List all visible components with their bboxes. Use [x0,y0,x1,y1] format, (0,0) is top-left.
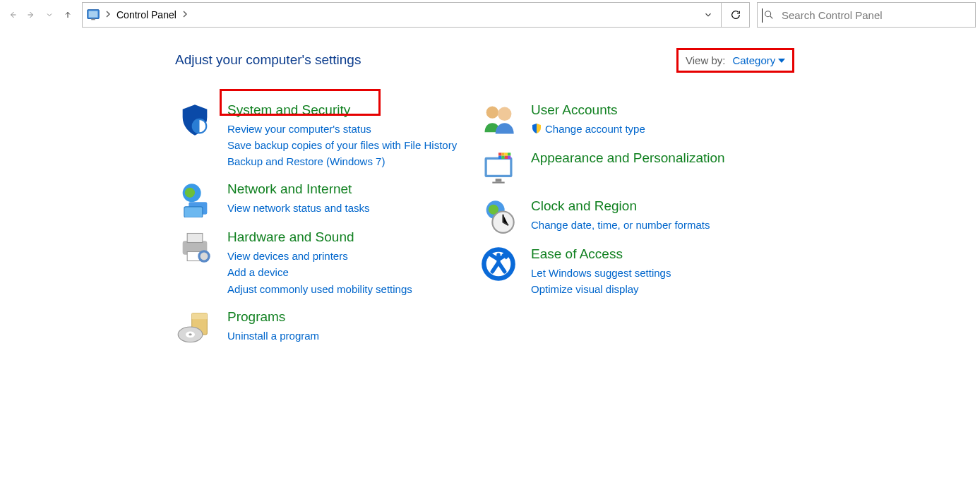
ease-of-access-icon [480,246,517,282]
printer-icon [177,229,213,265]
uac-shield-icon [531,123,542,134]
link-review-status[interactable]: Review your computer's status [227,121,457,137]
svg-rect-9 [187,234,203,243]
link-optimize-display[interactable]: Optimize visual display [531,281,671,297]
up-button[interactable] [59,6,76,23]
svg-rect-25 [501,152,504,155]
text-caret [762,8,763,23]
disc-box-icon [177,309,213,345]
arrow-left-icon [8,9,17,20]
view-by-value: Category [732,54,775,66]
category-ease: Ease of Access Let Windows suggest setti… [480,246,791,297]
search-icon [763,9,775,20]
category-network: Network and Internet View network status… [177,181,487,217]
address-bar[interactable]: Control Panel [82,2,750,28]
shield-icon [177,102,213,138]
link-add-device[interactable]: Add a device [227,264,412,280]
page-title: Adjust your computer's settings [175,52,361,68]
link-file-history[interactable]: Save backup copies of your files with Fi… [227,137,457,153]
link-uninstall[interactable]: Uninstall a program [227,328,319,344]
svg-point-19 [498,107,512,121]
search-box[interactable] [757,2,976,28]
category-appearance: Appearance and Personalization [480,150,791,186]
svg-rect-30 [505,156,508,159]
link-change-account-type[interactable]: Change account type [531,121,645,137]
category-title-hardware[interactable]: Hardware and Sound [227,229,412,246]
svg-rect-2 [91,19,95,20]
clock-globe-icon [480,198,517,234]
people-icon [480,102,517,138]
breadcrumb-control-panel[interactable]: Control Panel [115,8,178,22]
arrow-up-icon [64,9,72,20]
svg-rect-7 [184,207,203,217]
refresh-icon [730,9,741,20]
monitor-colors-icon [480,150,517,186]
back-button[interactable] [4,6,21,23]
address-history-dropdown[interactable] [695,3,721,27]
refresh-button[interactable] [721,3,749,27]
svg-rect-1 [89,11,98,18]
svg-rect-21 [487,160,510,175]
category-system-security: System and Security Review your computer… [177,102,487,169]
svg-rect-24 [498,152,501,155]
category-users: User Accounts Change account type [480,102,791,138]
search-input[interactable] [780,8,969,22]
link-suggest-settings[interactable]: Let Windows suggest settings [531,265,671,281]
caret-down-icon [778,57,785,64]
breadcrumb-separator-icon[interactable] [178,10,192,20]
svg-rect-22 [496,179,502,181]
category-title-programs[interactable]: Programs [227,309,319,326]
svg-point-12 [201,253,208,261]
recent-dropdown-button[interactable] [41,6,58,23]
category-programs: Programs Uninstall a program [177,309,487,345]
category-title-appearance[interactable]: Appearance and Personalization [531,150,725,167]
svg-rect-23 [492,182,504,184]
link-devices-printers[interactable]: View devices and printers [227,248,412,264]
forward-button[interactable] [23,6,40,23]
category-title-system-security[interactable]: System and Security [227,102,457,119]
link-date-time-formats[interactable]: Change date, time, or number formats [531,217,710,233]
toolbar: Control Panel [0,0,980,30]
link-backup-restore[interactable]: Backup and Restore (Windows 7) [227,153,457,169]
svg-rect-27 [508,152,510,155]
category-title-network[interactable]: Network and Internet [227,181,370,198]
view-by-dropdown[interactable]: Category [732,54,785,66]
svg-rect-28 [498,156,501,159]
link-mobility-settings[interactable]: Adjust commonly used mobility settings [227,281,412,297]
svg-point-3 [765,11,771,17]
breadcrumb-separator-icon[interactable] [101,10,115,20]
category-hardware: Hardware and Sound View devices and prin… [177,229,487,297]
globe-network-icon [177,181,213,217]
svg-point-18 [486,107,498,119]
view-by-group: View by: Category [676,48,794,73]
view-by-label: View by: [686,54,725,66]
category-title-clock[interactable]: Clock and Region [531,198,710,215]
content-area: Adjust your computer's settings View by:… [0,30,980,357]
svg-rect-31 [508,156,510,159]
svg-rect-14 [192,313,208,319]
category-title-ease[interactable]: Ease of Access [531,246,671,263]
control-panel-icon [85,7,101,23]
svg-point-17 [189,333,191,335]
link-network-status[interactable]: View network status and tasks [227,200,370,216]
chevron-down-icon [45,9,54,20]
arrow-right-icon [27,9,35,20]
svg-rect-26 [505,152,508,155]
svg-rect-29 [501,156,504,159]
category-title-users[interactable]: User Accounts [531,102,645,119]
category-clock: Clock and Region Change date, time, or n… [480,198,791,234]
